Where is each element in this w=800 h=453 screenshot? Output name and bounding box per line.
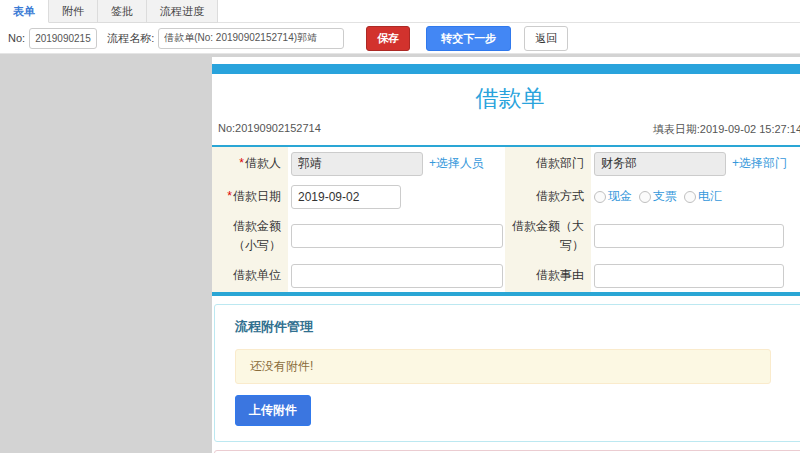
radio-cheque-circle[interactable] — [639, 191, 651, 203]
tab-bar: 表单 附件 签批 流程进度 — [0, 0, 800, 23]
save-button[interactable]: 保存 — [366, 26, 410, 51]
select-personnel-link[interactable]: +选择人员 — [429, 155, 484, 172]
tab-form[interactable]: 表单 — [0, 0, 49, 23]
attachments-panel: 流程附件管理 还没有附件! 上传附件 — [214, 304, 800, 442]
required-asterisk: * — [227, 189, 232, 203]
borrow-date-input[interactable] — [291, 185, 401, 209]
no-input[interactable] — [29, 28, 97, 49]
back-button[interactable]: 返回 — [524, 26, 568, 51]
borrower-label: *借款人 — [212, 147, 288, 180]
process-name-label: 流程名称: — [107, 31, 154, 46]
form-bottom-accent-bar — [212, 292, 800, 296]
form-date-text: 填表日期:2019-09-02 15:27:14 — [653, 122, 800, 137]
form-no-text: No:20190902152714 — [218, 122, 321, 137]
radio-cheque[interactable]: 支票 — [639, 188, 677, 205]
tab-process-progress[interactable]: 流程进度 — [147, 0, 218, 23]
upload-attachment-button[interactable]: 上传附件 — [235, 395, 311, 426]
main-area: 借款单 No:20190902152714 填表日期:2019-09-02 15… — [0, 54, 800, 453]
form-panel: 借款单 No:20190902152714 填表日期:2019-09-02 15… — [212, 57, 800, 453]
radio-wire-circle[interactable] — [684, 191, 696, 203]
select-department-link[interactable]: +选择部门 — [732, 155, 787, 172]
tab-attachments[interactable]: 附件 — [49, 0, 98, 23]
required-asterisk: * — [239, 156, 244, 170]
radio-wire-transfer[interactable]: 电汇 — [684, 188, 722, 205]
no-attachments-notice: 还没有附件! — [235, 349, 771, 384]
attachments-title: 流程附件管理 — [235, 318, 785, 336]
amount-small-input[interactable] — [291, 224, 503, 248]
borrow-unit-label: 借款单位 — [212, 259, 288, 292]
amount-big-input[interactable] — [594, 224, 784, 248]
page-title: 借款单 — [212, 74, 800, 120]
next-step-button[interactable]: 转交下一步 — [426, 26, 511, 51]
borrow-date-label: *借款日期 — [212, 180, 288, 213]
panel-accent-bar — [212, 64, 800, 74]
process-name-input[interactable] — [158, 28, 344, 49]
department-input[interactable] — [594, 152, 726, 176]
radio-cash-circle[interactable] — [594, 191, 606, 203]
borrow-method-label: 借款方式 — [505, 180, 591, 213]
radio-cash[interactable]: 现金 — [594, 188, 632, 205]
no-label: No: — [8, 32, 25, 44]
borrower-input[interactable] — [291, 152, 423, 176]
loan-form-grid: *借款人 +选择人员 借款部门 +选择部门 *借款日期 借款方式 — [212, 145, 800, 292]
borrow-reason-input[interactable] — [594, 264, 784, 288]
toolbar: No: 流程名称: 保存 转交下一步 返回 — [0, 23, 800, 54]
amount-big-label: 借款金额（大写） — [505, 213, 591, 259]
borrow-unit-input[interactable] — [291, 264, 503, 288]
department-label: 借款部门 — [505, 147, 591, 180]
tab-approval[interactable]: 签批 — [98, 0, 147, 23]
borrow-reason-label: 借款事由 — [505, 259, 591, 292]
amount-small-label: 借款金额（小写） — [212, 213, 288, 259]
